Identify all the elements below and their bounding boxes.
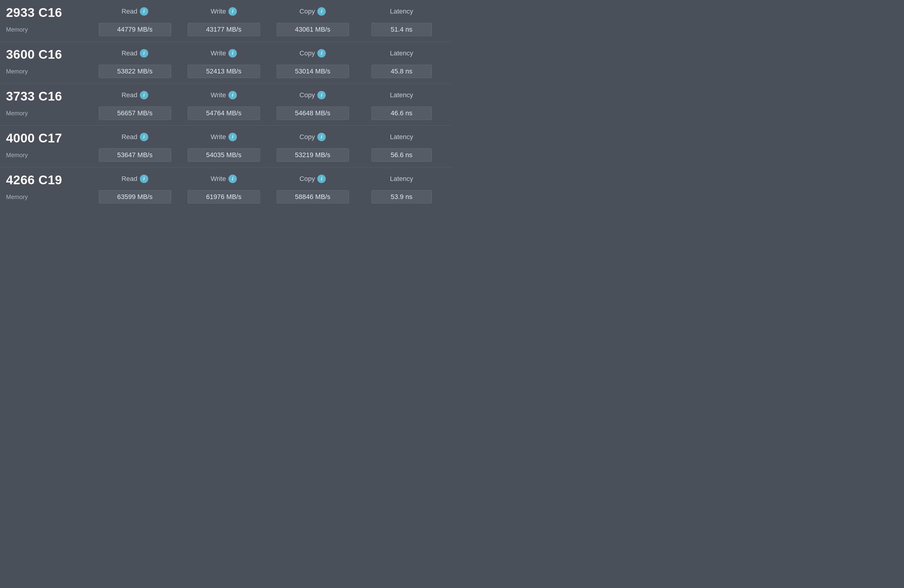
latency-label: Latency <box>390 175 413 183</box>
read-value-col: 44779 MB/s <box>90 23 179 36</box>
values-row: 56657 MB/s 54764 MB/s 54648 MB/s 46.6 ns <box>90 107 446 120</box>
write-label-row: Write i <box>211 91 237 99</box>
copy-col-header: Copy i <box>268 91 357 102</box>
config-name: 4266 C19 <box>6 173 90 187</box>
benchmark-container: 2933 C16 Read i Write i <box>0 0 452 209</box>
memory-label: Memory <box>6 152 90 159</box>
metrics-header: Read i Write i Copy i <box>90 91 446 102</box>
write-col-header: Write i <box>179 7 268 18</box>
latency-value-box: 56.6 ns <box>371 148 432 162</box>
copy-col-header: Copy i <box>268 7 357 18</box>
copy-value-box: 58846 MB/s <box>277 190 349 203</box>
copy-info-icon[interactable]: i <box>317 91 326 99</box>
write-value-col: 54764 MB/s <box>179 107 268 120</box>
benchmark-row: 3733 C16 Read i Write i <box>0 84 452 126</box>
row-header: 3733 C16 Read i Write i <box>6 89 446 104</box>
copy-value-box: 53219 MB/s <box>277 148 349 162</box>
read-value-col: 53822 MB/s <box>90 65 179 78</box>
memory-label: Memory <box>6 68 90 75</box>
write-info-icon[interactable]: i <box>228 7 237 16</box>
write-info-icon[interactable]: i <box>228 133 237 141</box>
memory-label: Memory <box>6 26 90 33</box>
read-col-header: Read i <box>90 133 179 143</box>
row-header: 4000 C17 Read i Write i <box>6 131 446 145</box>
read-label-row: Read i <box>122 49 148 57</box>
write-value-col: 61976 MB/s <box>179 190 268 203</box>
read-label: Read <box>122 8 137 15</box>
copy-info-icon[interactable]: i <box>317 49 326 57</box>
latency-value-box: 53.9 ns <box>371 190 432 203</box>
copy-value-col: 54648 MB/s <box>268 107 357 120</box>
read-value-box: 44779 MB/s <box>99 23 171 36</box>
config-name: 4000 C17 <box>6 131 90 145</box>
read-info-icon[interactable]: i <box>140 133 148 141</box>
read-value-col: 53647 MB/s <box>90 148 179 162</box>
write-info-icon[interactable]: i <box>228 49 237 57</box>
data-row: Memory 63599 MB/s 61976 MB/s 58846 MB/s … <box>6 190 446 203</box>
write-label-row: Write i <box>211 49 237 57</box>
copy-value-col: 53219 MB/s <box>268 148 357 162</box>
benchmark-row: 2933 C16 Read i Write i <box>0 0 452 42</box>
write-value-col: 54035 MB/s <box>179 148 268 162</box>
latency-value-col: 46.6 ns <box>357 107 446 120</box>
copy-col-header: Copy i <box>268 49 357 60</box>
read-info-icon[interactable]: i <box>140 49 148 57</box>
copy-info-icon[interactable]: i <box>317 133 326 141</box>
latency-label-row: Latency <box>390 133 413 141</box>
latency-value-box: 45.8 ns <box>371 65 432 78</box>
write-label-row: Write i <box>211 175 237 183</box>
data-row: Memory 53647 MB/s 54035 MB/s 53219 MB/s … <box>6 148 446 162</box>
read-value-col: 56657 MB/s <box>90 107 179 120</box>
read-info-icon[interactable]: i <box>140 91 148 99</box>
write-col-header: Write i <box>179 175 268 186</box>
write-label: Write <box>211 133 226 141</box>
metrics-header: Read i Write i Copy i <box>90 175 446 186</box>
write-info-icon[interactable]: i <box>228 175 237 183</box>
read-value-col: 63599 MB/s <box>90 190 179 203</box>
data-row: Memory 53822 MB/s 52413 MB/s 53014 MB/s … <box>6 65 446 78</box>
row-header: 3600 C16 Read i Write i <box>6 47 446 62</box>
latency-label: Latency <box>390 133 413 141</box>
read-col-header: Read i <box>90 91 179 102</box>
copy-label-row: Copy i <box>300 91 326 99</box>
latency-value-col: 45.8 ns <box>357 65 446 78</box>
metrics-header: Read i Write i Copy i <box>90 49 446 60</box>
copy-value-box: 43061 MB/s <box>277 23 349 36</box>
copy-info-icon[interactable]: i <box>317 175 326 183</box>
values-row: 63599 MB/s 61976 MB/s 58846 MB/s 53.9 ns <box>90 190 446 203</box>
copy-label: Copy <box>300 49 315 57</box>
data-row: Memory 56657 MB/s 54764 MB/s 54648 MB/s … <box>6 107 446 120</box>
read-info-icon[interactable]: i <box>140 7 148 16</box>
values-row: 53822 MB/s 52413 MB/s 53014 MB/s 45.8 ns <box>90 65 446 78</box>
write-col-header: Write i <box>179 133 268 143</box>
config-name: 3733 C16 <box>6 89 90 104</box>
read-col-header: Read i <box>90 7 179 18</box>
latency-label: Latency <box>390 49 413 57</box>
metrics-header: Read i Write i Copy i <box>90 7 446 18</box>
read-value-box: 53647 MB/s <box>99 148 171 162</box>
latency-value-col: 53.9 ns <box>357 190 446 203</box>
read-info-icon[interactable]: i <box>140 175 148 183</box>
write-info-icon[interactable]: i <box>228 91 237 99</box>
copy-info-icon[interactable]: i <box>317 7 326 16</box>
latency-value-box: 46.6 ns <box>371 107 432 120</box>
copy-label-row: Copy i <box>300 7 326 16</box>
write-col-header: Write i <box>179 91 268 102</box>
write-value-box: 43177 MB/s <box>188 23 260 36</box>
write-label: Write <box>211 8 226 15</box>
latency-label-row: Latency <box>390 91 413 99</box>
read-label-row: Read i <box>122 133 148 141</box>
latency-value-col: 51.4 ns <box>357 23 446 36</box>
copy-value-col: 43061 MB/s <box>268 23 357 36</box>
copy-value-box: 54648 MB/s <box>277 107 349 120</box>
latency-col-header: Latency <box>357 8 446 18</box>
copy-value-col: 53014 MB/s <box>268 65 357 78</box>
write-label: Write <box>211 175 226 183</box>
write-value-box: 52413 MB/s <box>188 65 260 78</box>
read-label-row: Read i <box>122 7 148 16</box>
latency-label-row: Latency <box>390 175 413 183</box>
copy-value-col: 58846 MB/s <box>268 190 357 203</box>
read-label: Read <box>122 91 137 99</box>
latency-label-row: Latency <box>390 8 413 15</box>
read-label: Read <box>122 49 137 57</box>
